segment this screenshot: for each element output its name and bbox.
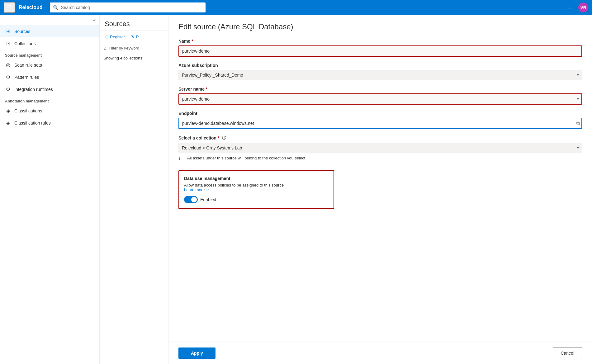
sidebar-item-classifications-label: Classifications — [14, 108, 42, 113]
search-icon: 🔍 — [53, 5, 58, 10]
edit-form-panel: Edit source (Azure SQL Database) Name * … — [168, 15, 592, 364]
refresh-button[interactable]: ↻ R — [129, 33, 140, 40]
collection-count: Showing 4 collections — [100, 53, 168, 63]
toggle-label: Enabled — [200, 197, 216, 202]
sidebar-item-integration-runtimes[interactable]: ⚙ Integration runtimes — [0, 83, 99, 95]
collection-label: Select a collection * ⓘ — [178, 135, 582, 141]
dum-title: Data use management — [184, 176, 329, 181]
refresh-icon: ↻ — [131, 35, 135, 39]
footer-left-buttons: Apply — [178, 347, 215, 359]
apply-button[interactable]: Apply — [178, 347, 215, 359]
sidebar: « ⊞ Sources ⊡ Collections Source managem… — [0, 15, 100, 364]
sidebar-collapse-control: « — [0, 15, 99, 25]
sidebar-item-classification-rules[interactable]: ◈ Classification rules — [0, 117, 99, 129]
sidebar-item-scan-rule-sets-label: Scan rule sets — [14, 63, 42, 68]
register-button[interactable]: ⊞ Register — [103, 33, 127, 40]
middle-toolbar: ⊞ Register ↻ R — [100, 31, 168, 43]
name-label: Name * — [178, 39, 582, 44]
sidebar-item-classification-rules-label: Classification rules — [14, 121, 51, 125]
name-field: Name * — [178, 39, 582, 57]
sidebar-item-collections-label: Collections — [14, 41, 36, 46]
collection-select[interactable]: Relecloud > Gray Systems Lab — [178, 143, 582, 153]
server-name-required-star: * — [206, 87, 207, 92]
name-required-star: * — [192, 39, 193, 44]
name-input[interactable] — [178, 45, 582, 57]
endpoint-wrapper: ⧉ — [178, 118, 582, 129]
collection-info-box: ℹ All assets under this source will belo… — [178, 153, 582, 164]
collection-info-icon: ⓘ — [222, 135, 226, 141]
sidebar-item-pattern-rules[interactable]: ⚙ Pattern rules — [0, 71, 99, 83]
learn-more-link[interactable]: Learn more ↗ — [184, 187, 329, 192]
data-use-management-box: Data use management Allow data access po… — [178, 170, 334, 209]
scan-rule-sets-icon: ◎ — [5, 62, 11, 68]
sidebar-collapse-button[interactable]: « — [93, 17, 96, 22]
avatar[interactable]: VR — [578, 2, 588, 12]
azure-subscription-field: Azure subscription Purview_Policy _Share… — [178, 63, 582, 80]
endpoint-field: Endpoint ⧉ — [178, 111, 582, 129]
external-link-icon: ↗ — [206, 188, 209, 192]
server-name-field: Server name * purview-demo ▾ — [178, 87, 582, 105]
server-name-select-wrapper: purview-demo ▾ — [178, 93, 582, 105]
sources-icon: ⊞ — [5, 28, 11, 34]
annotation-management-section-label: Annotation management — [0, 95, 99, 105]
form-footer: Apply Cancel — [168, 342, 592, 364]
top-navigation: ☰ Relecloud 🔍 ··· VR — [0, 0, 592, 15]
sidebar-item-collections[interactable]: ⊡ Collections — [0, 37, 99, 50]
classifications-icon: ◈ — [5, 108, 11, 114]
dum-description: Allow data access policies to be assigne… — [184, 183, 329, 192]
sidebar-item-pattern-rules-label: Pattern rules — [14, 75, 39, 80]
collection-required-star: * — [218, 135, 219, 140]
hamburger-menu-button[interactable]: ☰ — [4, 2, 15, 13]
info-icon: ℹ — [178, 156, 185, 162]
sidebar-item-integration-runtimes-label: Integration runtimes — [14, 87, 53, 92]
register-icon: ⊞ — [105, 35, 109, 39]
endpoint-input[interactable] — [178, 118, 582, 129]
form-container: Edit source (Azure SQL Database) Name * … — [168, 15, 592, 342]
search-bar: 🔍 — [50, 2, 206, 12]
sidebar-item-sources-label: Sources — [14, 29, 30, 34]
source-management-section-label: Source management — [0, 50, 99, 59]
more-options-button[interactable]: ··· — [562, 3, 575, 12]
collection-info-text: All assets under this source will belong… — [187, 156, 306, 160]
sidebar-item-sources[interactable]: ⊞ Sources — [0, 25, 99, 37]
endpoint-copy-button[interactable]: ⧉ — [576, 121, 580, 126]
data-use-management-toggle[interactable] — [184, 196, 198, 203]
filter-bar: ⊿ Filter by keyword — [100, 43, 168, 53]
form-title: Edit source (Azure SQL Database) — [178, 22, 582, 31]
classification-rules-icon: ◈ — [5, 120, 11, 126]
endpoint-label: Endpoint — [178, 111, 582, 116]
pattern-rules-icon: ⚙ — [5, 74, 11, 80]
app-title: Relecloud — [19, 5, 42, 10]
toggle-wrapper: Enabled — [184, 196, 216, 203]
azure-subscription-label: Azure subscription — [178, 63, 582, 68]
integration-runtimes-icon: ⚙ — [5, 86, 11, 92]
middle-panel: Sources ⊞ Register ↻ R ⊿ Filter by keywo… — [100, 15, 168, 364]
server-name-label: Server name * — [178, 87, 582, 92]
search-input[interactable] — [61, 5, 202, 10]
filter-icon: ⊿ — [103, 46, 107, 50]
dum-toggle-row: Enabled — [184, 196, 329, 203]
server-name-select[interactable]: purview-demo — [178, 93, 582, 105]
azure-subscription-select-wrapper: Purview_Policy _Shared_Demo ▾ — [178, 70, 582, 80]
collections-icon: ⊡ — [5, 40, 11, 46]
filter-placeholder: Filter by keyword — [109, 46, 139, 50]
cancel-button[interactable]: Cancel — [553, 347, 582, 359]
middle-panel-header: Sources — [100, 15, 168, 31]
azure-subscription-select[interactable]: Purview_Policy _Shared_Demo — [178, 70, 582, 80]
collection-field: Select a collection * ⓘ Relecloud > Gray… — [178, 135, 582, 164]
collection-select-wrapper: Relecloud > Gray Systems Lab ▾ — [178, 143, 582, 153]
toggle-knob — [191, 197, 197, 202]
sidebar-item-scan-rule-sets[interactable]: ◎ Scan rule sets — [0, 59, 99, 71]
sidebar-item-classifications[interactable]: ◈ Classifications — [0, 105, 99, 117]
